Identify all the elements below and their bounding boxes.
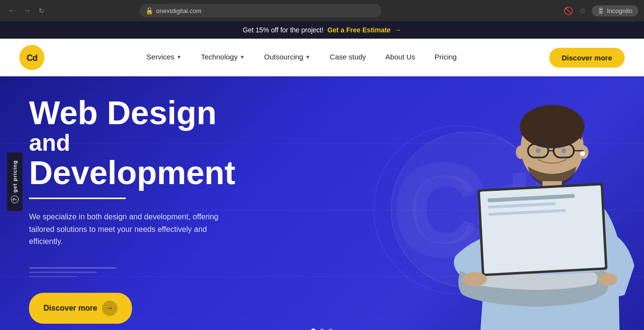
address-bar[interactable]: 🔓 onextdigital.com: [140, 4, 381, 17]
incognito-icon: 🎛: [598, 7, 604, 14]
browser-actions: 🚫 ☆ 🎛 Incognito: [564, 5, 638, 16]
side-tab-label: get pricing: [12, 160, 18, 192]
nav-item-services[interactable]: Services ▼: [137, 39, 191, 76]
lock-icon: 🔓: [146, 7, 153, 14]
svg-point-10: [536, 148, 541, 153]
hero-title-line1: Web Design: [29, 96, 242, 130]
hero-title-line2: and: [29, 131, 242, 155]
nav-item-case-study[interactable]: Case study: [320, 39, 376, 76]
announcement-cta[interactable]: Get a Free Estimate: [327, 26, 391, 34]
star-icon[interactable]: ☆: [579, 6, 586, 15]
svg-text:Cd: Cd: [27, 53, 37, 63]
svg-point-11: [561, 148, 566, 153]
nav-links: Services ▼ Technology ▼ Outsourcing ▼ Ca…: [64, 39, 540, 76]
scroll-indicators: [29, 267, 242, 277]
navbar: Cd Services ▼ Technology ▼ Outsourcing ▼…: [0, 39, 644, 76]
logo[interactable]: Cd: [19, 45, 44, 70]
scroll-line-1: [29, 267, 116, 269]
svg-point-4: [516, 145, 526, 159]
url-display: onextdigital.com: [156, 7, 202, 14]
arrow-right-icon: →: [102, 301, 117, 316]
scroll-line-3: [29, 276, 77, 277]
logo-circle: Cd: [19, 45, 44, 70]
scroll-line-2: [29, 272, 97, 273]
refresh-button[interactable]: ↻: [37, 5, 46, 16]
hero-title: Web Design and Development: [29, 96, 242, 190]
side-tab[interactable]: ? get pricing: [7, 152, 23, 211]
svg-point-20: [598, 273, 617, 286]
chevron-down-icon: ▼: [239, 54, 245, 60]
chevron-down-icon: ▼: [305, 54, 310, 60]
nav-item-technology[interactable]: Technology ▼: [191, 39, 255, 76]
chevron-down-icon: ▼: [176, 54, 182, 60]
question-icon: ?: [11, 195, 19, 203]
hero-person-image: [354, 76, 644, 330]
nav-cta-button[interactable]: Discover more: [549, 48, 625, 68]
discover-more-label: Discover more: [44, 304, 97, 313]
hero-underline: [29, 198, 126, 199]
eye-slash-icon: 🚫: [564, 6, 573, 15]
announcement-bar: Get 15% off for the project! Get a Free …: [0, 21, 644, 39]
hero-title-line3: Development: [29, 156, 242, 190]
nav-item-outsourcing[interactable]: Outsourcing ▼: [254, 39, 320, 76]
hero-buttons: Discover more →: [29, 293, 242, 324]
back-button[interactable]: ←: [6, 4, 17, 17]
browser-chrome: ← → ↻ 🔓 onextdigital.com 🚫 ☆ 🎛 Incognito: [0, 0, 644, 21]
hero-section: Cd Web Design and Development We special…: [0, 76, 644, 330]
svg-point-19: [463, 272, 487, 287]
nav-item-about-us[interactable]: About Us: [376, 39, 425, 76]
nav-item-pricing[interactable]: Pricing: [425, 39, 467, 76]
incognito-label: Incognito: [607, 7, 632, 14]
discover-more-button[interactable]: Discover more →: [29, 293, 132, 324]
announcement-text: Get 15% off for the project!: [243, 26, 323, 34]
hero-content: Web Design and Development We specialize…: [0, 76, 271, 330]
forward-button[interactable]: →: [21, 4, 33, 17]
svg-point-12: [580, 151, 585, 156]
incognito-button[interactable]: 🎛 Incognito: [592, 5, 638, 16]
announcement-arrow: →: [395, 26, 401, 34]
hero-description: We specialize in both design and develop…: [29, 211, 242, 248]
